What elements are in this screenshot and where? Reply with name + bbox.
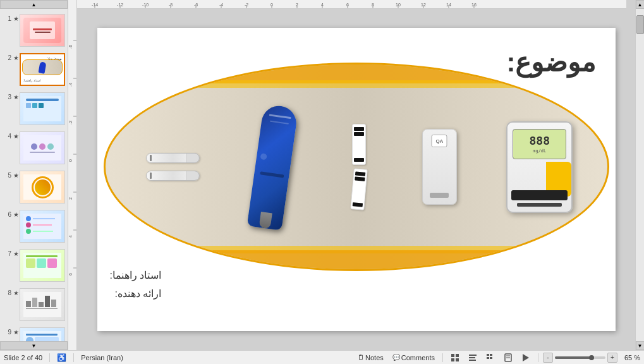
slide-thumbnail-2: موضوع: استاد راهنما:: [20, 53, 65, 86]
svg-rect-54: [469, 360, 476, 361]
slide-thumbnail-6: [20, 210, 65, 243]
slide-thumb-9[interactable]: 9 ★: [0, 325, 68, 341]
ruler-left: -6 -4 -2 0 2 4 6: [68, 0, 77, 350]
oval-background: QA 888 mg/dL: [104, 63, 609, 271]
svg-rect-48: [451, 354, 454, 357]
slide-num-9: 9: [1, 329, 11, 336]
yellow-stripe-bottom: [106, 250, 607, 269]
notes-label: Notes: [365, 354, 384, 361]
accessibility-icon: ♿: [57, 353, 66, 362]
main-view: -6 -4 -2 0 2 4 6: [68, 0, 644, 350]
zoom-slider-thumb[interactable]: [589, 355, 594, 360]
slide-thumb-8[interactable]: 8 ★: [0, 286, 68, 324]
zoom-controls: - + 65 %: [543, 353, 640, 363]
notes-icon: 🗒: [358, 354, 364, 361]
view-reading-icon: [504, 353, 513, 362]
comments-button[interactable]: 💬 Comments: [389, 353, 438, 362]
slide-thumb-4[interactable]: 4 ★: [0, 129, 68, 167]
view-outline-icon: [468, 353, 477, 362]
svg-marker-62: [523, 354, 529, 361]
slide-thumb-2[interactable]: 2 ★ موضوع: استاد راهنما:: [0, 51, 68, 88]
slide-thumb-5[interactable]: 5 ★: [0, 168, 68, 206]
view-slide-sorter-icon: [486, 353, 495, 362]
svg-rect-56: [490, 354, 492, 356]
presenter-label: ارائه دهنده:: [110, 288, 162, 300]
slide-star-2: ★: [13, 54, 19, 61]
slide-star-8: ★: [13, 289, 19, 296]
svg-text:-4: -4: [68, 83, 73, 87]
slide-num-2: 2: [1, 54, 11, 61]
svg-rect-49: [456, 354, 459, 357]
slide-thumbnail-8: [20, 288, 65, 321]
bottom-text: استاد راهنما: ارائه دهنده:: [110, 269, 162, 306]
device-illustration: QA 888 mg/dL: [115, 87, 598, 247]
slide-thumbnail-3: [20, 92, 65, 125]
view-normal-icon: [451, 353, 459, 362]
oval-area: QA 888 mg/dL: [104, 63, 609, 271]
svg-rect-58: [490, 357, 492, 359]
strip-reader: QA: [422, 129, 457, 205]
view-normal-btn[interactable]: [447, 353, 463, 363]
view-slide-sorter-btn[interactable]: [483, 353, 498, 363]
ruler-top: -14 -12 -10 -8 -6 -4 -2 0: [77, 0, 626, 9]
meter-black-bar: [511, 190, 568, 200]
slide-content: موضوع:: [97, 28, 616, 331]
zoom-slider[interactable]: [555, 356, 605, 359]
svg-rect-52: [469, 355, 477, 356]
svg-text:6: 6: [68, 273, 73, 276]
svg-rect-57: [487, 357, 489, 359]
comments-icon: 💬: [392, 354, 400, 361]
zoom-out-btn[interactable]: -: [543, 353, 553, 363]
slide-num-6: 6: [1, 211, 11, 218]
svg-text:-2: -2: [68, 121, 73, 124]
slide-thumbnail-4: [20, 131, 65, 164]
slide-num-4: 4: [1, 133, 11, 140]
status-right: 🗒 Notes 💬 Comments: [355, 353, 640, 363]
divider-3: [442, 353, 443, 362]
slide-thumb-6[interactable]: 6 ★: [0, 207, 68, 245]
test-strips-group: [352, 124, 366, 210]
scrollbar-track[interactable]: [636, 9, 644, 341]
view-slideshow-btn[interactable]: [518, 353, 533, 363]
scrollbar-up-btn[interactable]: ▲: [636, 0, 645, 9]
status-left: Slide 2 of 40 ♿ Persian (Iran): [4, 353, 123, 362]
svg-text:2: 2: [68, 197, 73, 200]
svg-text:4: 4: [68, 235, 73, 238]
test-strip-1: [352, 124, 366, 165]
slide-num-5: 5: [1, 172, 11, 179]
slide-canvas: موضوع:: [97, 28, 616, 331]
slide-thumb-1[interactable]: 1 ★: [0, 11, 68, 49]
meter-strip-slot: [517, 203, 562, 207]
scrollbar-thumb[interactable]: [636, 15, 644, 34]
slide-star-3: ★: [13, 94, 19, 100]
divider-2: [73, 353, 74, 362]
slide-star-7: ★: [13, 250, 19, 257]
slide-thumbnail-5: [20, 171, 65, 203]
lancet-1: [146, 153, 200, 163]
slide-num-8: 8: [1, 289, 11, 296]
view-outline-btn[interactable]: [465, 353, 480, 363]
zoom-in-btn[interactable]: +: [607, 353, 617, 363]
svg-text:-6: -6: [68, 45, 73, 49]
comments-label: Comments: [401, 354, 435, 361]
content-area: ▲ 1 ★: [0, 0, 644, 350]
slide-thumb-7[interactable]: 7 ★: [0, 246, 68, 284]
scrollbar-down-btn[interactable]: ▼: [636, 341, 645, 350]
divider-1: [49, 353, 50, 362]
svg-text:0: 0: [68, 159, 73, 162]
slide-thumb-3[interactable]: 3 ★: [0, 90, 68, 128]
svg-rect-55: [487, 354, 489, 356]
notes-button[interactable]: 🗒 Notes: [355, 353, 387, 362]
slide-panel-scroll-up[interactable]: ▲: [0, 0, 68, 9]
app-container: ▲ 1 ★: [0, 0, 644, 364]
slide-num-7: 7: [1, 250, 11, 257]
svg-rect-51: [456, 358, 459, 361]
lancing-device: [247, 104, 299, 231]
slide-canvas-area: -14 -12 -10 -8 -6 -4 -2 0: [77, 0, 635, 350]
svg-rect-50: [451, 358, 454, 361]
slide-num-3: 3: [1, 94, 11, 100]
slide-star-4: ★: [13, 133, 19, 140]
slide-panel-scroll-down[interactable]: ▼: [0, 341, 68, 350]
meter-display: 888: [529, 134, 550, 147]
view-reading-btn[interactable]: [501, 353, 516, 363]
